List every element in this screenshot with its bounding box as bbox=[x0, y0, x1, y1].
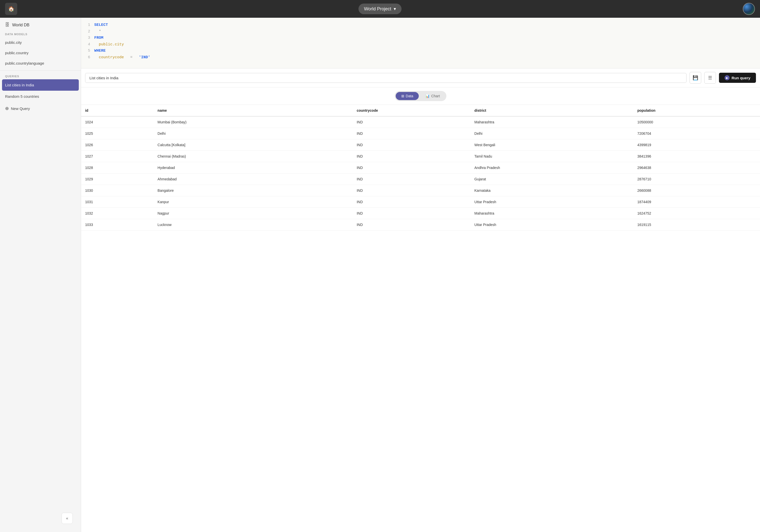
cell-id: 1033 bbox=[81, 219, 154, 230]
collapse-icon: « bbox=[66, 516, 69, 521]
tab-chart[interactable]: 📊 Chart bbox=[420, 92, 445, 100]
project-selector-button[interactable]: World Project ▾ bbox=[358, 4, 402, 14]
column-header-countrycode: countrycode bbox=[353, 105, 470, 116]
cell-countrycode: IND bbox=[353, 219, 470, 230]
cell-population: 2876710 bbox=[633, 173, 760, 185]
cell-id: 1031 bbox=[81, 196, 154, 208]
sidebar-item-random-5-countries[interactable]: Random 5 countries bbox=[0, 91, 81, 102]
cell-countrycode: IND bbox=[353, 116, 470, 128]
cell-district: Tamil Nadu bbox=[470, 151, 633, 162]
cell-district: Gujarat bbox=[470, 173, 633, 185]
new-query-button[interactable]: ⊕ New Query bbox=[0, 102, 81, 115]
cell-countrycode: IND bbox=[353, 128, 470, 139]
sql-table-name: public.city bbox=[94, 41, 124, 48]
table-body: 1024Mumbai (Bombay)INDMaharashtra1050000… bbox=[81, 116, 760, 230]
menu-icon: ☰ bbox=[708, 75, 712, 80]
column-header-id: id bbox=[81, 105, 154, 116]
cell-name: Calcutta [Kolkata] bbox=[154, 139, 353, 151]
cell-district: Maharashtra bbox=[470, 116, 633, 128]
cell-name: Hyderabad bbox=[154, 162, 353, 173]
app-container: 🏠 World Project ▾ 🗄 World DB DATA MODELS… bbox=[0, 0, 760, 532]
cell-name: Mumbai (Bombay) bbox=[154, 116, 353, 128]
sql-keyword-from: FROM bbox=[94, 35, 103, 41]
cell-district: Uttar Pradesh bbox=[470, 219, 633, 230]
home-button[interactable]: 🏠 bbox=[5, 3, 17, 15]
table-container: id name countrycode district population … bbox=[81, 105, 760, 532]
run-label: Run query bbox=[732, 76, 750, 80]
cell-id: 1032 bbox=[81, 208, 154, 219]
cell-district: West Bengali bbox=[470, 139, 633, 151]
cell-id: 1025 bbox=[81, 128, 154, 139]
cell-name: Ahmedabad bbox=[154, 173, 353, 185]
cell-population: 2660088 bbox=[633, 185, 760, 196]
sql-keyword-select: SELECT bbox=[94, 22, 108, 28]
table-row: 1028HyderabadINDAndhra Pradesh2964638 bbox=[81, 162, 760, 173]
table-header-row: id name countrycode district population bbox=[81, 105, 760, 116]
sidebar-item-list-cities-india[interactable]: List cities in India bbox=[2, 79, 79, 91]
cell-id: 1024 bbox=[81, 116, 154, 128]
cell-population: 1619115 bbox=[633, 219, 760, 230]
line-number-1: 1 bbox=[86, 22, 90, 28]
sql-keyword-where: WHERE bbox=[94, 48, 106, 54]
tab-data-label: Data bbox=[406, 94, 413, 98]
cell-countrycode: IND bbox=[353, 139, 470, 151]
cell-population: 1874409 bbox=[633, 196, 760, 208]
table-row: 1025DelhiINDDelhi7206704 bbox=[81, 128, 760, 139]
sidebar-divider bbox=[0, 71, 81, 71]
table-row: 1031KanpurINDUttar Pradesh1874409 bbox=[81, 196, 760, 208]
cell-district: Uttar Pradesh bbox=[470, 196, 633, 208]
cell-id: 1029 bbox=[81, 173, 154, 185]
cell-district: Karnataka bbox=[470, 185, 633, 196]
table-row: 1033LucknowINDUttar Pradesh1619115 bbox=[81, 219, 760, 230]
new-query-label: New Query bbox=[11, 106, 30, 111]
sql-line-6: 6 countrycode = 'IND' bbox=[86, 54, 755, 61]
menu-button[interactable]: ☰ bbox=[704, 72, 716, 84]
cell-countrycode: IND bbox=[353, 162, 470, 173]
cell-population: 4399819 bbox=[633, 139, 760, 151]
cell-name: Kanpur bbox=[154, 196, 353, 208]
cell-id: 1028 bbox=[81, 162, 154, 173]
cell-countrycode: IND bbox=[353, 208, 470, 219]
sidebar-item-public-country[interactable]: public.country bbox=[0, 48, 81, 58]
sql-line-5: 5 WHERE bbox=[86, 48, 755, 54]
project-name-label: World Project bbox=[364, 6, 391, 12]
table-row: 1030BangaloreINDKarnataka2660088 bbox=[81, 185, 760, 196]
line-number-3: 3 bbox=[86, 35, 90, 41]
sidebar-item-public-countrylanguage[interactable]: public.countrylanguage bbox=[0, 58, 81, 69]
run-query-button[interactable]: ▶ Run query bbox=[719, 73, 756, 83]
tabs-container: ⊞ Data 📊 Chart bbox=[395, 91, 447, 101]
chart-icon: 📊 bbox=[425, 94, 430, 98]
cell-population: 10500000 bbox=[633, 116, 760, 128]
tab-data[interactable]: ⊞ Data bbox=[396, 92, 419, 100]
cell-countrycode: IND bbox=[353, 196, 470, 208]
cell-countrycode: IND bbox=[353, 151, 470, 162]
table-row: 1026Calcutta [Kolkata]INDWest Bengali439… bbox=[81, 139, 760, 151]
line-number-4: 4 bbox=[86, 41, 90, 48]
tab-chart-label: Chart bbox=[431, 94, 440, 98]
column-header-population: population bbox=[633, 105, 760, 116]
table-icon: ⊞ bbox=[401, 94, 404, 98]
sidebar-collapse-button[interactable]: « bbox=[62, 513, 73, 524]
cell-district: Delhi bbox=[470, 128, 633, 139]
cell-population: 2964638 bbox=[633, 162, 760, 173]
sidebar-item-public-city[interactable]: public.city bbox=[0, 37, 81, 48]
dropdown-icon: ▾ bbox=[394, 6, 396, 12]
sql-value: 'IND' bbox=[137, 54, 150, 61]
save-button[interactable]: 💾 bbox=[689, 72, 701, 84]
query-bar: 💾 ☰ ▶ Run query bbox=[81, 69, 760, 87]
avatar bbox=[743, 3, 755, 15]
sql-editor[interactable]: 1 SELECT 2 * 3 FROM 4 public.city 5 bbox=[81, 18, 760, 69]
main-content: 1 SELECT 2 * 3 FROM 4 public.city 5 bbox=[81, 18, 760, 532]
query-name-input[interactable] bbox=[85, 73, 687, 83]
column-header-district: district bbox=[470, 105, 633, 116]
queries-section-label: QUERIES bbox=[0, 73, 81, 79]
cell-population: 7206704 bbox=[633, 128, 760, 139]
save-icon: 💾 bbox=[692, 75, 698, 80]
sql-line-3: 3 FROM bbox=[86, 35, 755, 41]
line-number-6: 6 bbox=[86, 54, 90, 61]
cell-id: 1027 bbox=[81, 151, 154, 162]
plus-icon: ⊕ bbox=[5, 106, 9, 111]
cell-name: Bangalore bbox=[154, 185, 353, 196]
cell-id: 1030 bbox=[81, 185, 154, 196]
sql-operator: = bbox=[128, 54, 132, 61]
